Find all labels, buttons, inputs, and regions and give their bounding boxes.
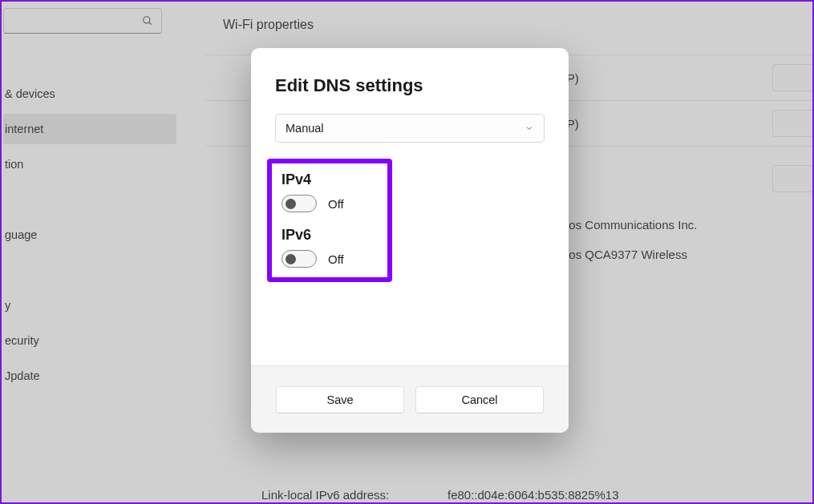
dns-mode-select[interactable]: Manual bbox=[275, 114, 545, 143]
edit-button[interactable] bbox=[772, 64, 814, 91]
ipv4-state: Off bbox=[328, 197, 344, 211]
svg-point-0 bbox=[144, 17, 150, 23]
sidebar-item-update[interactable]: Jpdate bbox=[3, 361, 176, 391]
nav: & devices internet tion guage y ecurity … bbox=[2, 79, 180, 391]
sidebar-item-accessibility[interactable]: y bbox=[3, 290, 176, 321]
property-text: eros QCA9377 Wireless er bbox=[558, 248, 812, 344]
details: Link-local IPv6 address: fe80::d04e:6064… bbox=[205, 488, 812, 504]
sidebar-item-language[interactable]: guage bbox=[3, 220, 176, 250]
property-text: eros QCA9377 Wireless bbox=[558, 248, 687, 261]
search-icon bbox=[142, 15, 153, 26]
edit-button[interactable] bbox=[772, 110, 814, 137]
sidebar-item-apps[interactable] bbox=[3, 184, 176, 215]
ipv6-state: Off bbox=[328, 252, 344, 266]
dialog-title: Edit DNS settings bbox=[275, 75, 545, 96]
select-value: Manual bbox=[286, 122, 324, 135]
chevron-down-icon bbox=[524, 123, 534, 133]
ipv6-label: IPv6 bbox=[281, 227, 376, 244]
search-input[interactable] bbox=[3, 8, 162, 34]
highlight-box: IPv4 Off IPv6 Off bbox=[267, 159, 392, 282]
detail-value: fe80::d04e:6064:b535:8825%13 bbox=[447, 488, 619, 502]
svg-line-1 bbox=[149, 22, 152, 25]
property-text: eros Communications Inc. bbox=[558, 218, 812, 232]
sidebar: & devices internet tion guage y ecurity … bbox=[2, 2, 180, 502]
sidebar-item-gaming[interactable] bbox=[3, 255, 176, 285]
ipv4-toggle[interactable] bbox=[281, 195, 317, 212]
detail-row: Link-local IPv6 address: fe80::d04e:6064… bbox=[261, 488, 812, 502]
sidebar-item-security[interactable]: ecurity bbox=[3, 325, 176, 356]
cancel-button[interactable]: Cancel bbox=[415, 386, 544, 413]
sidebar-item-devices[interactable]: & devices bbox=[3, 79, 176, 109]
sidebar-item-personalization[interactable]: tion bbox=[3, 149, 176, 179]
save-button[interactable]: Save bbox=[276, 386, 404, 413]
page-title: Wi-Fi properties bbox=[223, 18, 812, 32]
copy-button[interactable] bbox=[772, 165, 814, 192]
dialog-footer: Save Cancel bbox=[251, 365, 569, 433]
ipv6-toggle[interactable] bbox=[281, 250, 317, 268]
ipv4-label: IPv4 bbox=[281, 171, 376, 188]
detail-label: Link-local IPv6 address: bbox=[261, 488, 447, 502]
sidebar-item-internet[interactable]: internet bbox=[3, 114, 176, 144]
edit-dns-dialog: Edit DNS settings Manual IPv4 Off IPv6 O… bbox=[251, 48, 569, 433]
